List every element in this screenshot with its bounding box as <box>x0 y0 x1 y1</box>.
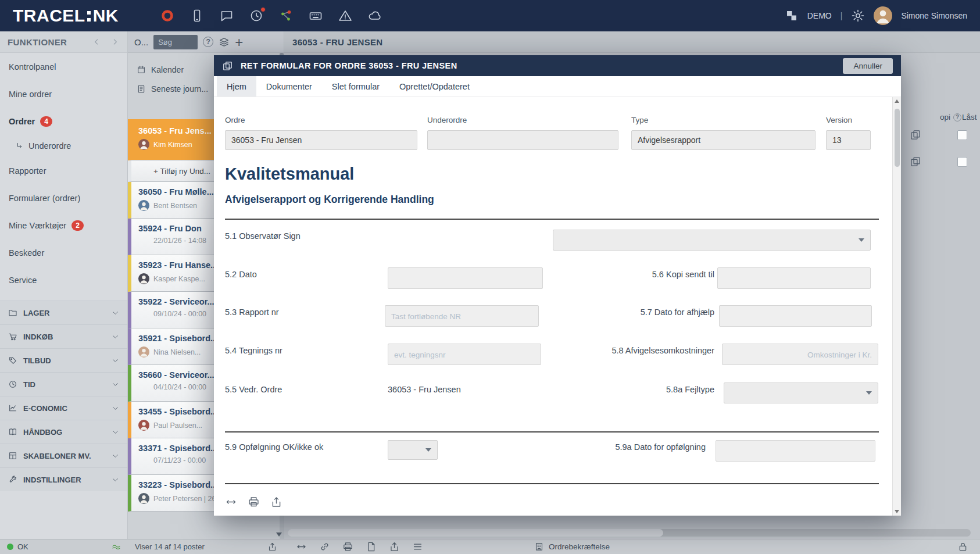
sidebar-item-formularer[interactable]: Formularer (ordrer) <box>0 184 127 212</box>
kopi-sendt-til-field[interactable] <box>717 267 871 289</box>
integrations-icon[interactable] <box>279 9 293 23</box>
version-label: Version <box>826 116 852 124</box>
document-type-chip[interactable]: Ordrebekræftelse <box>534 542 610 552</box>
folder-icon <box>8 308 17 317</box>
export-icon[interactable] <box>267 542 277 552</box>
sidebar-section-lager[interactable]: LAGER <box>0 301 127 324</box>
ordre-field[interactable] <box>225 130 417 150</box>
template-grid-icon <box>8 451 17 460</box>
chevron-down-icon <box>112 476 119 484</box>
topbar: TRACEL NK DEMO | <box>0 0 980 31</box>
share-icon[interactable] <box>389 541 400 552</box>
expand-horizontal-icon[interactable] <box>296 541 307 552</box>
sidebar-section-skabeloner[interactable]: SKABELONER MV. <box>0 444 127 467</box>
vaerktoejer-count-badge: 2 <box>71 220 84 231</box>
horizontal-scrollbar[interactable] <box>288 529 971 537</box>
scroll-down-icon[interactable] <box>895 510 899 513</box>
support-icon[interactable] <box>160 9 174 23</box>
cancel-button[interactable]: Annuller <box>843 58 893 74</box>
type-label: Type <box>631 116 648 124</box>
modal-title: RET FORMULAR FOR ORDRE 36053 - FRU JENSE… <box>241 61 457 70</box>
locked-checkbox[interactable] <box>957 157 967 167</box>
chevron-down-icon <box>112 405 119 412</box>
modal-scrollbar[interactable] <box>892 97 901 516</box>
sidebar-section-tilbud[interactable]: TILBUD <box>0 348 127 372</box>
print-icon[interactable] <box>248 496 260 508</box>
sidebar-item-mine-ordrer[interactable]: Mine ordrer <box>0 80 127 108</box>
observator-sign-select[interactable] <box>553 230 871 251</box>
version-field[interactable] <box>826 130 871 150</box>
apps-icon[interactable] <box>785 9 799 23</box>
pdf-icon[interactable] <box>366 541 377 552</box>
observator-sign-label: 5.1 Observatør Sign <box>225 231 301 241</box>
form-copy-icon <box>222 60 233 72</box>
sidebar-item-rapporter[interactable]: Rapporter <box>0 157 127 184</box>
mobile-icon[interactable] <box>190 9 204 23</box>
help-icon[interactable]: ? <box>203 37 213 47</box>
locked-checkbox[interactable] <box>957 130 967 140</box>
book-icon <box>8 427 17 437</box>
type-field[interactable] <box>631 130 816 150</box>
sidebar-section-economic[interactable]: E-CONOMIC <box>0 396 127 420</box>
search-input[interactable] <box>153 35 198 49</box>
sidebar-section-indkoeb[interactable]: INDKØB <box>0 324 127 348</box>
tegnings-nr-field[interactable] <box>388 344 541 365</box>
sidebar-section-indstillinger[interactable]: INDSTILLINGER <box>0 467 127 491</box>
print-icon[interactable] <box>342 541 353 552</box>
sidebar-section-tid[interactable]: TID <box>0 372 127 396</box>
sidebar-item-beskeder[interactable]: Beskeder <box>0 239 127 266</box>
layers-icon[interactable] <box>219 37 230 48</box>
keyboard-icon[interactable] <box>309 9 323 23</box>
topbar-icon-group <box>160 9 382 23</box>
tab-slet-formular[interactable]: Slet formular <box>322 76 389 96</box>
tab-dokumenter[interactable]: Dokumenter <box>256 76 322 96</box>
help-icon[interactable]: ? <box>953 113 961 121</box>
scroll-up-icon[interactable] <box>895 99 899 103</box>
sidebar-section-haandbog[interactable]: HÅNDBOG <box>0 420 127 444</box>
chevron-down-icon <box>112 333 119 341</box>
clock-icon[interactable] <box>249 9 263 23</box>
link-icon[interactable] <box>319 541 330 552</box>
list-icon[interactable] <box>412 541 423 552</box>
dato-field[interactable] <box>388 267 543 289</box>
tab-oprettet-opdateret[interactable]: Oprettet/Opdateret <box>389 76 480 96</box>
opfoelgning-dato-field[interactable] <box>716 440 875 462</box>
order-tab-title[interactable]: 36053 - FRU JENSEN <box>284 31 980 53</box>
gear-icon[interactable] <box>851 9 865 23</box>
copy-row-icon[interactable] <box>910 129 921 141</box>
opfoelgning-label: 5.9 Opfølgning OK/ikke ok <box>225 442 323 452</box>
copy-row-icon[interactable] <box>910 156 921 167</box>
logo-text-left: TRACEL <box>13 6 85 26</box>
fejltype-select[interactable] <box>724 383 878 403</box>
user-avatar[interactable] <box>874 6 892 25</box>
opfoelgning-select[interactable] <box>388 440 438 460</box>
lock-icon[interactable] <box>957 541 968 552</box>
expand-horizontal-icon[interactable] <box>225 496 237 508</box>
collapse-left-icon[interactable] <box>92 37 101 47</box>
chat-icon[interactable] <box>220 9 234 23</box>
status-ok-dot <box>7 544 13 550</box>
sidebar-item-ordrer[interactable]: Ordrer 4 <box>0 108 127 135</box>
sidebar-item-kontrolpanel[interactable]: Kontrolpanel <box>0 53 127 80</box>
journal-icon <box>137 84 146 94</box>
sidebar-item-mine-vaerktoejer[interactable]: Mine Værktøjer 2 <box>0 212 127 239</box>
sidebar-item-underordre[interactable]: Underordre <box>0 135 127 157</box>
dato-afhjaelp-field[interactable] <box>719 305 872 327</box>
share-icon[interactable] <box>270 496 282 508</box>
order-panel-tab[interactable]: O... <box>134 37 148 47</box>
tab-hjem[interactable]: Hjem <box>217 76 256 96</box>
rapport-nr-field[interactable] <box>385 305 539 327</box>
scroll-down-icon[interactable] <box>276 532 282 537</box>
add-order-button[interactable]: + <box>235 37 243 48</box>
scrollbar-thumb[interactable] <box>895 109 900 167</box>
sidebar-item-service[interactable]: Service <box>0 266 127 294</box>
collapse-right-icon[interactable] <box>110 37 120 47</box>
tegnings-nr-label: 5.4 Tegnings nr <box>225 346 282 355</box>
omkostninger-field[interactable] <box>722 344 878 365</box>
divider <box>225 219 879 220</box>
alerts-icon[interactable] <box>338 9 352 23</box>
tracelink-logo[interactable]: TRACEL NK <box>13 6 119 26</box>
omkostninger-label: 5.8 Afvigelsesomkostninger <box>563 346 714 355</box>
underordre-field[interactable] <box>427 130 618 150</box>
cloud-icon[interactable] <box>368 9 382 23</box>
